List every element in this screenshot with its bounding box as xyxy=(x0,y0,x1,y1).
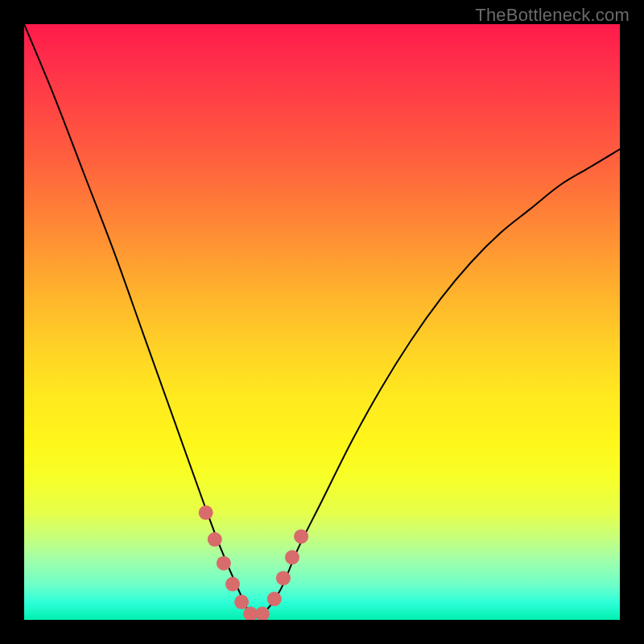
chart-marker-dot xyxy=(234,595,249,609)
chart-plot-area xyxy=(24,24,620,620)
chart-marker-dot xyxy=(225,577,240,592)
watermark-text: TheBottleneck.com xyxy=(475,5,630,26)
chart-marker-dot xyxy=(208,532,222,547)
chart-marker-dot xyxy=(294,529,308,543)
chart-marker-dot xyxy=(217,556,231,571)
chart-marker-group xyxy=(199,506,308,620)
chart-curve xyxy=(24,24,620,617)
chart-marker-dot xyxy=(267,592,282,606)
chart-marker-dot xyxy=(276,571,291,585)
chart-marker-dot xyxy=(199,506,213,520)
chart-marker-dot xyxy=(285,550,299,564)
chart-svg xyxy=(24,24,620,620)
